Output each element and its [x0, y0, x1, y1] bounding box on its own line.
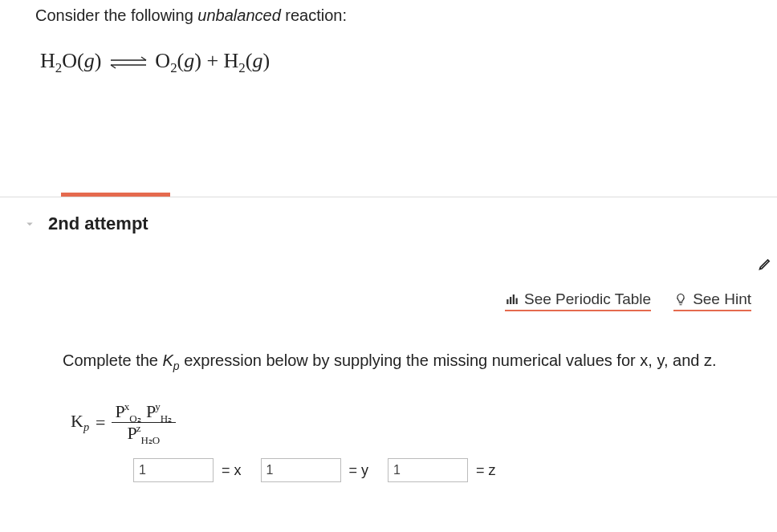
equilibrium-arrow-icon: [109, 55, 148, 70]
section-divider: [0, 193, 777, 197]
q-suffix: expression below by supplying the missin…: [180, 351, 717, 369]
svg-rect-5: [516, 298, 518, 305]
y-input[interactable]: [261, 458, 341, 482]
prompt-prefix: Consider the following: [35, 6, 197, 24]
chemical-equation: H2O(g) O2(g) + H2(g): [35, 49, 742, 76]
answer-inputs: = x = y = z: [63, 458, 742, 482]
kp-expression: Kp = PxO₂ PyH₂ PzH₂O: [63, 401, 742, 444]
hint-link[interactable]: See Hint: [673, 290, 751, 311]
question-prompt: Consider the following unbalanced reacti…: [35, 6, 742, 25]
prompt-suffix: reaction:: [281, 6, 347, 24]
equation-rhs: O2(g) + H2(g): [155, 49, 270, 72]
bar-chart-icon: [505, 292, 519, 307]
kp-symbol: Kp: [71, 411, 89, 434]
svg-rect-3: [510, 297, 511, 304]
equals-sign: =: [96, 412, 105, 433]
equation-lhs: H2O(g): [40, 49, 101, 72]
attempt-label: 2nd attempt: [48, 213, 148, 234]
periodic-table-label: See Periodic Table: [524, 290, 651, 308]
attempt-header[interactable]: 2nd attempt: [0, 197, 777, 234]
hint-label: See Hint: [693, 290, 751, 308]
z-label: = z: [476, 462, 496, 479]
lightbulb-icon: [673, 292, 688, 307]
question-instruction: Complete the Kp expression below by supp…: [63, 351, 742, 372]
edit-icon[interactable]: [758, 255, 774, 274]
numerator: PxO₂ PyH₂: [112, 401, 176, 422]
y-label: = y: [349, 462, 369, 479]
svg-rect-4: [513, 294, 515, 304]
x-input[interactable]: [133, 458, 214, 482]
periodic-table-link[interactable]: See Periodic Table: [505, 290, 651, 311]
x-label: = x: [222, 462, 242, 479]
z-input[interactable]: [388, 458, 468, 482]
chevron-down-icon: [22, 217, 37, 231]
fraction: PxO₂ PyH₂ PzH₂O: [112, 401, 176, 444]
svg-rect-2: [506, 299, 508, 304]
q-prefix: Complete the: [63, 351, 163, 369]
prompt-emph: unbalanced: [197, 6, 280, 24]
denominator: PzH₂O: [124, 423, 164, 444]
